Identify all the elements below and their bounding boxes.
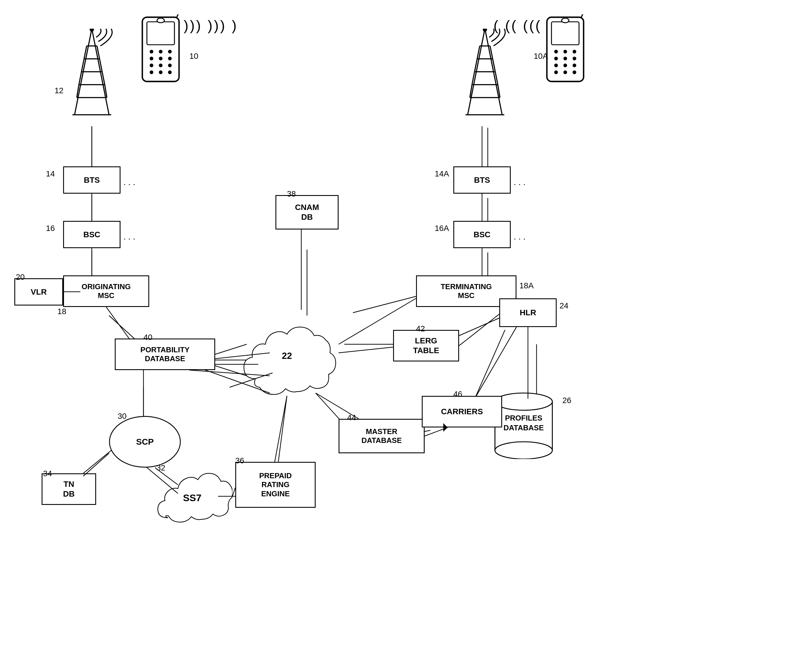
bts1-dots: . . . [123,177,135,187]
svg-point-76 [483,29,487,32]
svg-point-38 [150,71,153,74]
ref-26: 26 [562,396,571,405]
ref-44: 44 [347,413,356,422]
tower1 [66,29,117,126]
vlr-box: VLR [14,278,63,305]
tower2 [459,29,511,126]
phone1a [542,14,588,89]
ref-16: 16 [46,224,55,233]
svg-point-34 [168,57,172,61]
svg-line-9 [459,315,505,336]
ref-14a: 14A [435,169,449,179]
svg-point-29 [150,50,153,54]
ref-14: 14 [46,169,55,179]
ref-32: 32 [157,463,165,472]
svg-point-81 [563,50,567,54]
orig-msc-box: ORIGINATINGMSC [63,276,149,307]
svg-point-31 [168,50,172,54]
svg-point-86 [554,64,558,67]
svg-point-90 [563,71,567,74]
master-db-box: MASTERDATABASE [339,419,425,453]
lerg-table-box: LERGTABLE [393,330,459,361]
svg-point-85 [573,57,576,61]
svg-point-40 [168,71,172,74]
svg-rect-78 [552,22,579,45]
svg-line-122 [425,427,448,436]
svg-line-103 [106,307,129,339]
ref-42: 42 [416,324,425,333]
svg-point-28 [157,18,164,23]
svg-line-18 [83,448,115,473]
carriers-box: CARRIERS [422,396,502,427]
svg-point-79 [562,18,569,23]
svg-line-41 [177,14,180,17]
hlr-box: HLR [499,298,557,327]
ref-46: 46 [453,390,462,399]
svg-point-88 [573,64,576,67]
svg-point-87 [563,64,567,67]
svg-point-32 [150,57,153,61]
bts2-box: BTS [453,166,511,194]
ref-34: 34 [43,469,52,478]
svg-rect-27 [147,22,174,45]
ref-20: 20 [16,272,25,282]
svg-point-89 [554,71,558,74]
bsc2-box: BSC [453,221,511,248]
svg-point-33 [159,57,163,61]
svg-line-110 [459,314,499,346]
phone1-signal: ))) ))) ) [184,17,238,34]
svg-line-112 [476,327,516,396]
svg-point-95 [495,393,552,410]
svg-line-120 [278,396,287,462]
bsc1-box: BSC [63,221,121,248]
cnam-db-box: CNAMDB [276,195,339,230]
svg-line-118 [83,453,109,476]
scp-oval: SCP [109,416,181,468]
ref-30: 30 [117,412,126,421]
svg-point-35 [150,64,153,67]
svg-line-92 [581,14,584,17]
bts2-dots: . . . [514,177,526,187]
svg-point-83 [554,57,558,61]
svg-line-119 [232,488,235,496]
svg-point-96 [495,442,552,459]
svg-point-84 [563,57,567,61]
bsc2-dots: . . . [514,232,526,242]
diagram: ))) ))) ) 10 [0,0,812,671]
ref-16a: 16A [435,224,449,233]
svg-point-80 [554,50,558,54]
ref-24: 24 [560,301,569,310]
bsc1-dots: . . . [123,232,135,242]
ref-40: 40 [143,333,152,342]
ref-10a: 10A [534,52,548,61]
svg-point-59 [90,29,94,32]
portability-db-box: PORTABILITYDATABASE [115,339,215,370]
ss7-cloud: SS7 [152,465,232,531]
ref-10: 10 [189,52,198,61]
ref-12: 12 [54,86,63,95]
ref-36: 36 [235,456,244,465]
svg-point-37 [168,64,172,67]
network-cloud: 22 [235,310,339,402]
svg-line-109 [339,347,393,353]
svg-point-91 [573,71,576,74]
prepaid-box: PREPAIDRATINGENGINE [235,462,316,508]
svg-point-36 [159,64,163,67]
svg-point-39 [159,71,163,74]
bts1-box: BTS [63,166,121,194]
svg-point-30 [159,50,163,54]
ref-18: 18 [57,307,66,316]
ref-18a: 18A [519,281,534,290]
svg-point-82 [573,50,576,54]
phone1a-signal: ( (( ((( [494,17,542,34]
phone1 [138,14,184,89]
ref-38: 38 [287,189,296,199]
